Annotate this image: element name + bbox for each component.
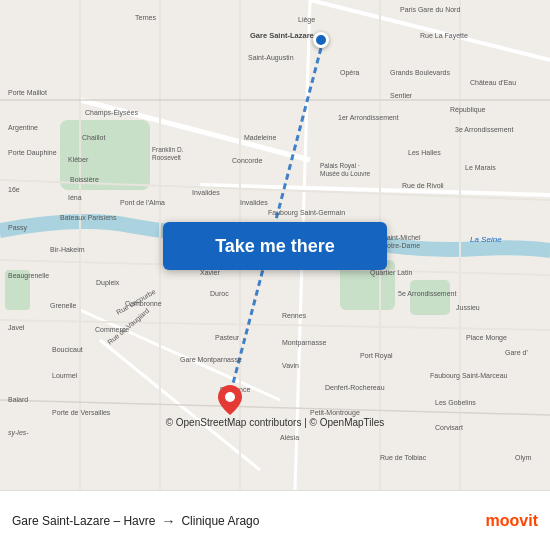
svg-text:Porte Maillot: Porte Maillot [8,89,47,96]
moovit-brand-text: moovit [486,512,538,530]
svg-text:Concorde: Concorde [232,157,262,164]
svg-text:Xavier: Xavier [200,269,221,276]
svg-text:Paris Gare du Nord: Paris Gare du Nord [400,6,460,13]
svg-text:Champs-Élysées: Champs-Élysées [85,108,138,117]
svg-text:Musée du Louvre: Musée du Louvre [320,170,371,177]
take-me-there-label: Take me there [215,236,335,257]
route-from: Gare Saint-Lazare – Havre [12,514,155,528]
svg-text:Invalides: Invalides [240,199,268,206]
svg-text:Pasteur: Pasteur [215,334,240,341]
svg-text:Rue de Tolbiac: Rue de Tolbiac [380,454,427,461]
svg-text:La Seine: La Seine [470,235,502,244]
svg-text:Rue de Rivoli: Rue de Rivoli [402,182,444,189]
svg-text:Gare d': Gare d' [505,349,528,356]
route-info: Gare Saint-Lazare – Havre → Clinique Ara… [12,513,478,529]
svg-text:Bir-Hakeim: Bir-Hakeim [50,246,85,253]
svg-text:Gare Saint-Lazare: Gare Saint-Lazare [250,31,314,40]
take-me-there-button[interactable]: Take me there [163,222,387,270]
svg-text:Alésia: Alésia [280,434,299,441]
map-attribution: © OpenStreetMap contributors | © OpenMap… [0,415,550,430]
svg-text:Passy: Passy [8,224,28,232]
svg-text:Dupleix: Dupleix [96,279,120,287]
svg-text:Lourmel: Lourmel [52,372,78,379]
svg-text:Saint-Augustin: Saint-Augustin [248,54,294,62]
svg-text:Palais Royal ·: Palais Royal · [320,162,360,170]
svg-text:Saint-Michel: Saint-Michel [382,234,421,241]
svg-text:Liège: Liège [298,16,315,24]
svg-text:Grands Boulevards: Grands Boulevards [390,69,450,76]
svg-text:Madeleine: Madeleine [244,134,276,141]
svg-text:Faubourg Saint-Germain: Faubourg Saint-Germain [268,209,345,217]
svg-text:Roosevelt: Roosevelt [152,154,181,161]
moovit-logo: moovit [486,512,538,530]
svg-text:1er Arrondissement: 1er Arrondissement [338,114,399,121]
svg-point-98 [225,392,235,402]
svg-text:Beaugrenelle: Beaugrenelle [8,272,49,280]
svg-text:Franklin D.: Franklin D. [152,146,184,153]
svg-text:Denfert-Rochereau: Denfert-Rochereau [325,384,385,391]
svg-text:Ternes: Ternes [135,14,157,21]
svg-text:Place Monge: Place Monge [466,334,507,342]
app-container: Porte Maillot Ternes Paris Gare du Nord … [0,0,550,550]
bottom-bar: Gare Saint-Lazare – Havre → Clinique Ara… [0,490,550,550]
svg-text:Pont de l'Alma: Pont de l'Alma [120,199,165,206]
svg-text:Chaillot: Chaillot [82,134,105,141]
svg-text:Quartier Latin: Quartier Latin [370,269,413,277]
svg-text:Les Gobelins: Les Gobelins [435,399,476,406]
svg-text:Montparnasse: Montparnasse [282,339,326,347]
svg-text:Iéna: Iéna [68,194,82,201]
svg-text:16e: 16e [8,186,20,193]
svg-text:Porte Dauphine: Porte Dauphine [8,149,57,157]
svg-text:Vavin: Vavin [282,362,299,369]
svg-text:Le Marais: Le Marais [465,164,496,171]
svg-rect-3 [410,280,450,315]
svg-text:Javel: Javel [8,324,25,331]
svg-text:Port Royal: Port Royal [360,352,393,360]
destination-pin [218,385,242,415]
svg-text:République: République [450,106,486,114]
svg-text:Kléber: Kléber [68,156,89,163]
svg-text:Duroc: Duroc [210,290,229,297]
svg-text:Sentier: Sentier [390,92,413,99]
svg-text:Notre-Dame: Notre-Dame [382,242,420,249]
map-area: Porte Maillot Ternes Paris Gare du Nord … [0,0,550,490]
svg-text:Gare Montparnasse: Gare Montparnasse [180,356,242,364]
svg-text:Balard: Balard [8,396,28,403]
svg-text:3e Arrondissement: 3e Arrondissement [455,126,513,133]
svg-text:Bateaux Parisiens: Bateaux Parisiens [60,214,117,221]
svg-text:Olym: Olym [515,454,532,462]
svg-text:Rue La Fayette: Rue La Fayette [420,32,468,40]
svg-text:Faubourg Saint-Marceau: Faubourg Saint-Marceau [430,372,508,380]
svg-text:5e Arrondissement: 5e Arrondissement [398,290,456,297]
svg-text:Jussieu: Jussieu [456,304,480,311]
svg-text:Boissière: Boissière [70,176,99,183]
route-arrow: → [161,513,175,529]
svg-text:Rennes: Rennes [282,312,307,319]
svg-text:sy-les-: sy-les- [8,429,29,437]
route-to: Clinique Arago [181,514,259,528]
svg-text:Opéra: Opéra [340,69,360,77]
svg-text:Château d'Eau: Château d'Eau [470,79,516,86]
origin-pin [313,32,329,48]
svg-text:Argentine: Argentine [8,124,38,132]
svg-text:Boucicaut: Boucicaut [52,346,83,353]
svg-text:Invalides: Invalides [192,189,220,196]
svg-text:Grenelle: Grenelle [50,302,77,309]
svg-text:Les Halles: Les Halles [408,149,441,156]
